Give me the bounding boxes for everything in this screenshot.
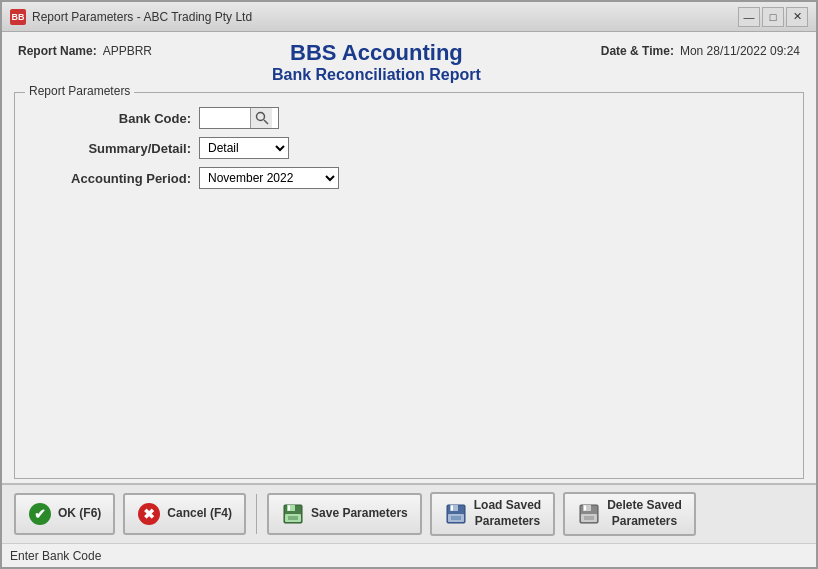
delete-button-label: Delete SavedParameters [607,498,682,529]
bank-code-search-button[interactable] [250,108,272,128]
load-saved-parameters-button[interactable]: Load SavedParameters [430,492,555,535]
svg-point-0 [256,113,264,121]
report-name-value: APPBRR [103,44,152,58]
report-name-section: Report Name: APPBRR [18,40,152,58]
accounting-period-select[interactable]: October 2022 November 2022 December 2022 [199,167,339,189]
header-title: BBS Accounting Bank Reconciliation Repor… [152,40,601,84]
ok-icon: ✔ [28,502,52,526]
save-parameters-button[interactable]: Save Parameters [267,493,422,535]
summary-detail-select[interactable]: Summary Detail [199,137,289,159]
minimize-button[interactable]: — [738,7,760,27]
svg-rect-11 [451,516,461,520]
datetime-label: Date & Time: [601,44,674,58]
cancel-button-label: Cancel (F4) [167,506,232,522]
svg-rect-14 [584,506,586,511]
cancel-icon-container: ✖ [137,502,161,526]
load-button-label: Load SavedParameters [474,498,541,529]
main-window: BB Report Parameters - ABC Trading Pty L… [0,0,818,569]
status-text: Enter Bank Code [10,549,101,563]
svg-rect-9 [451,506,453,511]
summary-detail-label: Summary/Detail: [31,141,191,156]
title-bar-left: BB Report Parameters - ABC Trading Pty L… [10,9,252,25]
delete-icon [577,502,601,526]
report-parameters-group: Report Parameters Bank Code: Summary/Det… [14,92,804,479]
ok-checkmark: ✔ [34,506,46,522]
accounting-period-row: Accounting Period: October 2022 November… [31,167,787,189]
report-title: Bank Reconciliation Report [152,66,601,84]
app-icon: BB [10,9,26,25]
save-button-label: Save Parameters [311,506,408,522]
svg-rect-16 [584,516,594,520]
cancel-x: ✖ [143,506,155,522]
maximize-button[interactable]: □ [762,7,784,27]
save-disk-icon [282,503,304,525]
save-icon [281,502,305,526]
close-button[interactable]: ✕ [786,7,808,27]
ok-button-label: OK (F6) [58,506,101,522]
bank-code-label: Bank Code: [31,111,191,126]
datetime-value: Mon 28/11/2022 09:24 [680,44,800,58]
summary-detail-row: Summary/Detail: Summary Detail [31,137,787,159]
delete-disk-icon [578,503,600,525]
header-area: Report Name: APPBRR BBS Accounting Bank … [2,32,816,88]
search-icon [255,111,269,125]
window-title: Report Parameters - ABC Trading Pty Ltd [32,10,252,24]
svg-line-1 [264,120,268,124]
cancel-button[interactable]: ✖ Cancel (F4) [123,493,246,535]
bank-code-row: Bank Code: [31,107,787,129]
window-controls: — □ ✕ [738,7,808,27]
title-bar: BB Report Parameters - ABC Trading Pty L… [2,2,816,32]
bank-code-input[interactable] [200,108,250,128]
button-bar: ✔ OK (F6) ✖ Cancel (F4) [2,483,816,543]
button-separator-1 [256,494,257,534]
params-legend: Report Parameters [25,84,134,98]
status-bar: Enter Bank Code [2,543,816,567]
datetime-section: Date & Time: Mon 28/11/2022 09:24 [601,40,800,58]
app-title: BBS Accounting [152,40,601,66]
load-icon [444,502,468,526]
accounting-period-label: Accounting Period: [31,171,191,186]
svg-rect-4 [288,506,290,511]
report-name-label: Report Name: [18,44,97,58]
svg-rect-6 [288,516,298,520]
bank-code-field-container [199,107,279,129]
load-disk-icon [445,503,467,525]
ok-button[interactable]: ✔ OK (F6) [14,493,115,535]
delete-saved-parameters-button[interactable]: Delete SavedParameters [563,492,696,535]
